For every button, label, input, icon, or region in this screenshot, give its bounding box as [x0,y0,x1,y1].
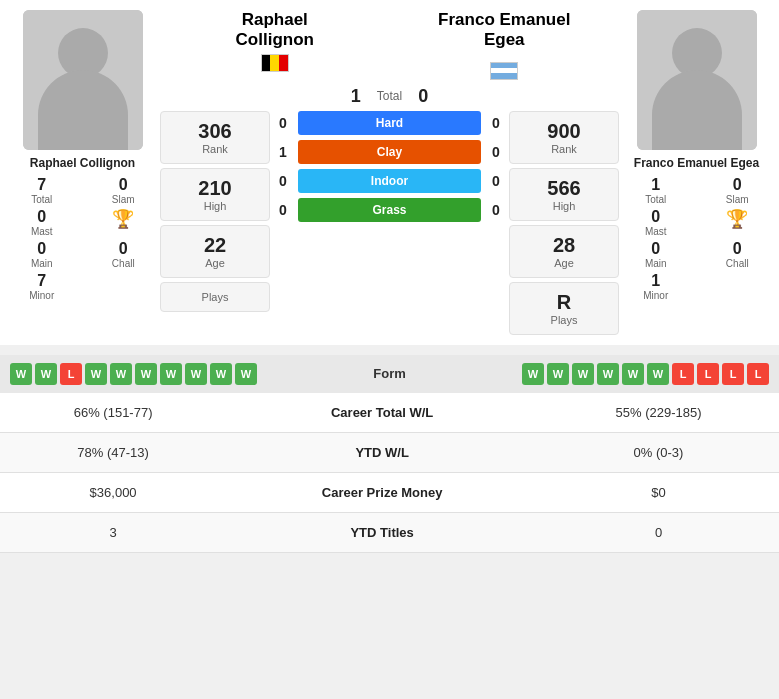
player1-flag [261,54,289,75]
player2-total-label: Total [645,194,666,205]
p1-form-4: W [85,363,107,385]
p2-form-10: L [747,363,769,385]
player2-slam-label: Slam [726,194,749,205]
trophy2-icon: 🏆 [726,208,748,230]
trophy-icon-cell: 🏆 [87,208,161,237]
stat-0-p1: 66% (151-77) [0,393,226,433]
surfaces-row: 306 Rank 210 High 22 Age Plays 0 [160,111,619,335]
player2-flag [490,54,518,80]
player2-mast-label: Mast [645,226,667,237]
p1-total-score: 1 [351,86,361,107]
stat-0-label: Career Total W/L [226,393,538,433]
p2-form-9: L [722,363,744,385]
player1-total-cell: 7 Total [5,176,79,205]
center-panel: Raphael Collignon Franco Emanuel Egea [160,10,619,335]
trophy-icon: 🏆 [112,208,134,230]
indoor-button[interactable]: Indoor [298,169,481,193]
p2-form-7: L [672,363,694,385]
player2-age-box: 28 Age [509,225,619,278]
player2-main-value: 0 [651,240,660,258]
player1-main-value: 0 [37,240,46,258]
player2-main-label: Main [645,258,667,269]
clay-button[interactable]: Clay [298,140,481,164]
player2-slam-value: 0 [733,176,742,194]
stat-3-label: YTD Titles [226,512,538,552]
player2-main-cell: 0 Main [619,240,693,269]
player1-name: Raphael Collignon [30,156,135,170]
player1-chall-label: Chall [112,258,135,269]
argentina-flag [490,62,518,80]
player2-avatar [637,10,757,150]
player2-name: Franco Emanuel Egea [634,156,759,170]
hard-button[interactable]: Hard [298,111,481,135]
player2-high-box: 566 High [509,168,619,221]
stat-1-label: YTD W/L [226,432,538,472]
p1-form-1: W [10,363,32,385]
hard-p1-score: 0 [274,115,292,131]
player2-chall-label: Chall [726,258,749,269]
hard-p2-score: 0 [487,115,505,131]
player2-high-value: 566 [547,177,580,200]
stat-3-p1: 3 [0,512,226,552]
p2-form-3: W [572,363,594,385]
player2-info-boxes: 900 Rank 566 High 28 Age R Plays [509,111,619,335]
stat-row-1: 78% (47-13) YTD W/L 0% (0-3) [0,432,779,472]
player1-age-label: Age [205,257,225,269]
total-label: Total [377,89,402,103]
player1-rank-label: Rank [202,143,228,155]
player1-chall-cell: 0 Chall [87,240,161,269]
player1-high-box: 210 High [160,168,270,221]
player2-rank-value: 900 [547,120,580,143]
p1-form-3: L [60,363,82,385]
player2-minor-value: 1 [651,272,660,290]
p1-form-2: W [35,363,57,385]
player1-rank-value: 306 [198,120,231,143]
stat-row-2: $36,000 Career Prize Money $0 [0,472,779,512]
surface-grass-row: 0 Grass 0 [274,198,505,222]
player1-total-value: 7 [37,176,46,194]
player1-age-box: 22 Age [160,225,270,278]
stat-1-p2: 0% (0-3) [538,432,779,472]
player2-center-name: Franco Emanuel Egea [434,10,574,50]
grass-button[interactable]: Grass [298,198,481,222]
p1-form-6: W [135,363,157,385]
player2-name-block: Franco Emanuel Egea [434,10,574,80]
player1-slam-value: 0 [119,176,128,194]
p1-form-5: W [110,363,132,385]
player2-chall-value: 0 [733,240,742,258]
player1-slam-cell: 0 Slam [87,176,161,205]
player1-minor-label: Minor [29,290,54,301]
stat-3-p2: 0 [538,512,779,552]
player1-minor-cell: 7 Minor [5,272,79,301]
surface-indoor-row: 0 Indoor 0 [274,169,505,193]
player1-high-value: 210 [198,177,231,200]
names-flags-row: Raphael Collignon Franco Emanuel Egea [160,10,619,80]
form-row: W W L W W W W W W W Form W W W W W W L L… [0,355,779,393]
form-label: Form [330,366,450,381]
stats-table: 66% (151-77) Career Total W/L 55% (229-1… [0,393,779,553]
p2-form-8: L [697,363,719,385]
p2-total-score: 0 [418,86,428,107]
player1-total-label: Total [31,194,52,205]
grass-p1-score: 0 [274,202,292,218]
trophy2-icon-cell: 🏆 [701,208,775,237]
indoor-p1-score: 0 [274,173,292,189]
p2-form-1: W [522,363,544,385]
player1-slam-label: Slam [112,194,135,205]
clay-p2-score: 0 [487,144,505,160]
player1-mast-value: 0 [37,208,46,226]
player2-slam-cell: 0 Slam [701,176,775,205]
player2-form-badges: W W W W W W L L L L [450,363,770,385]
player2-high-label: High [553,200,576,212]
player2-chall-cell: 0 Chall [701,240,775,269]
grass-p2-score: 0 [487,202,505,218]
player2-plays-label: Plays [551,314,578,326]
p1-form-8: W [185,363,207,385]
player1-avatar [23,10,143,150]
player1-mast-cell: 0 Mast [5,208,79,237]
player2-age-value: 28 [553,234,575,257]
player1-center-name: Raphael Collignon [205,10,345,50]
belgium-flag [261,54,289,72]
player2-rank-box: 900 Rank [509,111,619,164]
p1-form-9: W [210,363,232,385]
